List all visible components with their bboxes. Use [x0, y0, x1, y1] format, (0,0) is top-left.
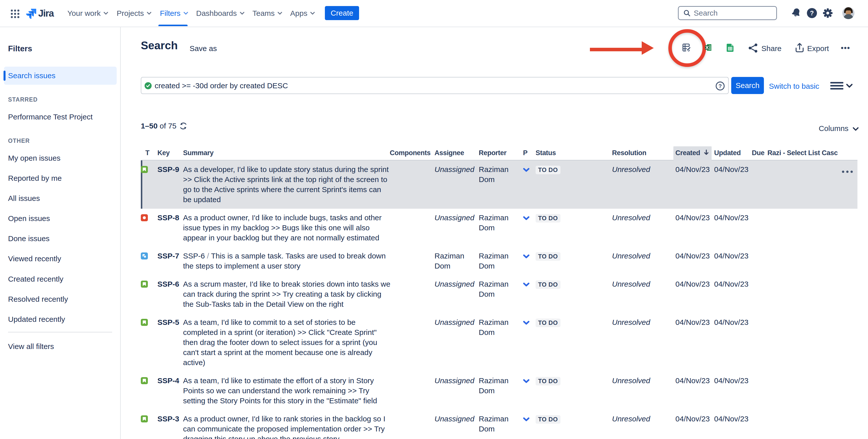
svg-text:?: ? [810, 9, 814, 17]
svg-text:?: ? [718, 83, 722, 89]
